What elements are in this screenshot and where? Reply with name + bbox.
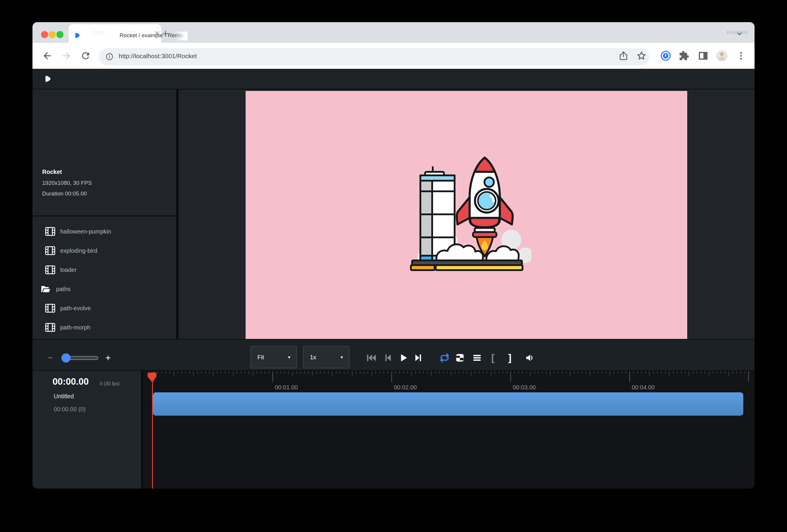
menu-view[interactable]: View xyxy=(88,22,109,42)
ruler-tick xyxy=(510,371,511,382)
sidebar-item-composition[interactable]: path-morph xyxy=(33,318,176,337)
menu-help[interactable]: Help xyxy=(146,22,166,42)
play-icon[interactable] xyxy=(398,353,409,363)
video-canvas[interactable] xyxy=(246,91,687,340)
ruler-tick xyxy=(637,371,638,374)
browser-menu-kebab-icon[interactable] xyxy=(736,50,746,61)
timeline-divider[interactable] xyxy=(141,371,143,489)
menu-tools[interactable]: Tools xyxy=(118,22,140,42)
sidebar-folder-label: paths xyxy=(56,286,70,293)
film-icon xyxy=(45,304,55,313)
ruler-tick xyxy=(284,371,285,374)
ruler-tick xyxy=(558,371,558,374)
playhead-line[interactable] xyxy=(152,372,153,489)
ruler-tick xyxy=(610,371,610,376)
chevron-down-icon: ▼ xyxy=(340,355,344,360)
volume-icon[interactable] xyxy=(524,353,535,363)
ruler-tick xyxy=(276,371,277,374)
ruler-tick xyxy=(649,371,650,376)
timeline-rows-icon[interactable] xyxy=(471,353,483,363)
ruler-tick xyxy=(748,371,749,382)
ruler-tick xyxy=(324,371,325,374)
ruler-tick xyxy=(360,371,360,374)
playhead-marker[interactable] xyxy=(147,372,157,383)
film-icon xyxy=(45,265,55,274)
ruler-tick xyxy=(427,371,428,374)
ruler-tick xyxy=(213,371,213,376)
timeline-info-panel xyxy=(33,371,141,489)
zoom-in-button[interactable]: + xyxy=(103,352,113,364)
extensions-puzzle-icon[interactable] xyxy=(679,50,689,61)
minimize-window-button[interactable] xyxy=(49,31,56,38)
loop-icon[interactable] xyxy=(439,353,450,363)
ruler-tick xyxy=(514,371,515,374)
canvas-size-dropdown[interactable]: Fit ▼ xyxy=(250,346,297,368)
in-point-bracket-icon[interactable]: [ xyxy=(489,351,497,364)
ruler-tick xyxy=(467,371,467,374)
side-panel-extension-icon[interactable] xyxy=(698,50,708,61)
sidebar-preview-divider[interactable] xyxy=(176,89,178,339)
ruler-tick xyxy=(419,371,420,374)
menu-file[interactable]: File xyxy=(62,22,80,42)
ruler-tick xyxy=(491,371,491,376)
ruler-tick xyxy=(677,371,678,374)
ruler-tick xyxy=(280,371,281,374)
ruler-tick xyxy=(717,371,717,374)
previous-frame-icon[interactable] xyxy=(382,353,394,363)
ruler-tick xyxy=(605,371,606,374)
ruler-tick xyxy=(542,371,543,374)
ruler-tick xyxy=(292,371,293,376)
playback-speed-dropdown[interactable]: 1x ▼ xyxy=(303,346,349,368)
ruler-tick xyxy=(503,371,503,374)
ruler-label: 00:04.00 xyxy=(632,384,655,391)
ruler-tick xyxy=(157,371,158,374)
ruler-tick xyxy=(237,371,237,374)
ruler-tick xyxy=(177,371,178,374)
ruler-tick xyxy=(261,371,261,374)
transparency-checkerboard-icon[interactable] xyxy=(454,353,466,363)
ruler-tick xyxy=(712,371,713,374)
composition-name: Rocket xyxy=(42,169,62,175)
onepassword-extension-icon[interactable] xyxy=(660,50,671,61)
next-frame-icon[interactable] xyxy=(412,353,424,363)
out-point-bracket-icon[interactable]: ] xyxy=(506,351,514,364)
ruler-tick xyxy=(185,371,186,374)
forward-icon[interactable] xyxy=(61,50,72,61)
reload-icon[interactable] xyxy=(80,50,91,61)
ruler-tick xyxy=(633,371,634,374)
ruler-tick xyxy=(681,371,682,374)
sidebar-item-composition[interactable]: path-evolve xyxy=(33,299,176,318)
profile-avatar[interactable] xyxy=(717,50,727,61)
site-info-icon[interactable] xyxy=(105,52,114,61)
close-window-button[interactable] xyxy=(41,31,48,38)
zoom-slider-knob[interactable] xyxy=(61,354,70,363)
share-icon[interactable] xyxy=(618,50,629,61)
desktop-background: Rocket / example - Remotion P http://loc… xyxy=(0,0,787,532)
composition-format: 1920x1080, 30 FPS xyxy=(42,180,92,186)
ruler-tick xyxy=(173,371,174,376)
sidebar-item-composition[interactable]: halloween-pumpkin xyxy=(33,222,176,241)
ruler-tick xyxy=(625,371,626,374)
url-text[interactable]: http://localhost:3001/Rocket xyxy=(119,52,197,60)
skip-to-start-icon[interactable] xyxy=(366,353,378,363)
ruler-tick xyxy=(613,371,614,374)
timeline-track[interactable] xyxy=(153,392,743,416)
ruler-tick xyxy=(201,371,201,374)
back-icon[interactable] xyxy=(42,50,52,61)
ruler-tick xyxy=(312,371,313,376)
zoom-out-button[interactable]: − xyxy=(45,352,56,364)
ruler-tick xyxy=(296,371,297,374)
sidebar-item-composition[interactable]: exploding-bird xyxy=(33,241,176,260)
ruler-tick xyxy=(459,371,459,374)
ruler-tick xyxy=(574,371,574,374)
composition-duration: Duration 00:05.00 xyxy=(42,190,87,197)
ruler-tick xyxy=(197,371,198,374)
ruler-tick xyxy=(411,371,412,376)
sidebar-folder[interactable]: paths xyxy=(33,280,176,298)
sidebar-item-composition[interactable]: loader xyxy=(33,260,176,279)
film-icon xyxy=(45,227,55,236)
bookmark-star-icon[interactable] xyxy=(636,50,647,61)
ruler-tick xyxy=(732,371,733,374)
ruler-tick xyxy=(439,371,440,374)
ruler-tick xyxy=(395,371,396,374)
